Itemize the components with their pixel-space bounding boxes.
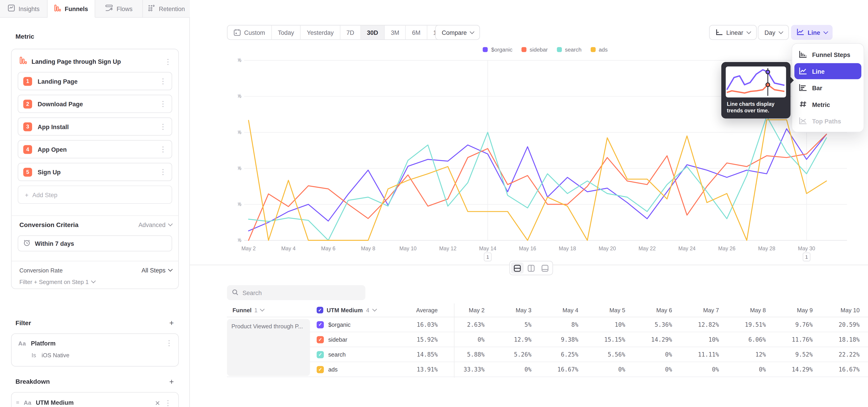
tab-flows[interactable]: Flows [95,0,143,18]
value-cell: 0% [485,366,531,373]
value-cell: 0% [719,366,766,373]
column-header: Average [391,307,438,313]
range-custom[interactable]: Custom [228,26,272,39]
layout-split-vertical-icon[interactable] [525,262,537,274]
range-label: 7D [346,29,354,36]
filter-value[interactable]: iOS Native [41,352,69,358]
menu-item-label: Top Paths [812,118,841,124]
divider [11,216,178,216]
chevron-down-icon [372,307,377,312]
funnel-kebab-icon[interactable] [164,58,172,65]
value-cell: 33.33% [438,366,485,373]
funnel-step[interactable]: 4App Open [18,140,172,158]
range-3m[interactable]: 3M [385,26,406,39]
series-checkbox[interactable] [317,351,324,358]
step-kebab-icon[interactable] [159,168,166,176]
legend-label: ads [599,46,608,53]
tab-retention[interactable]: Retention [143,0,190,18]
funnel-column-count: 1 [254,307,257,313]
filter-operator[interactable]: Is [32,352,36,358]
funnel-step[interactable]: 3App Install [18,117,172,136]
column-header: May 8 [719,307,766,313]
value-cell: 5.26% [485,351,531,358]
chart-type-menu: Funnel Steps Line Bar Metric [792,43,864,132]
funnel-column-dropdown[interactable]: Funnel 1 [227,307,317,313]
annotation-badge[interactable]: 1 [803,253,810,261]
range-today[interactable]: Today [272,26,301,39]
funnel-step[interactable]: 5Sign Up [18,163,172,181]
value-cell: 12% [719,351,766,358]
step-kebab-icon[interactable] [159,77,166,85]
value-cell: 10% [672,336,719,343]
svg-text:May 12: May 12 [439,246,456,251]
legend-item[interactable]: $organic [483,46,513,53]
menu-item-bar[interactable]: Bar [794,80,861,96]
tab-retention-label: Retention [159,5,185,12]
breakdown-column-dropdown[interactable]: UTM Medium 4 [317,307,391,313]
value-cell: 11.11% [672,351,719,358]
breakdown-kebab-icon[interactable] [164,399,172,406]
range-7d[interactable]: 7D [340,26,361,39]
series-checkbox[interactable] [317,366,324,373]
advanced-dropdown[interactable]: Advanced [138,222,172,228]
range-label: Today [278,29,294,36]
chevron-down-icon [260,307,265,312]
layout-split-horizontal-icon[interactable] [511,262,524,274]
step-kebab-icon[interactable] [159,123,166,130]
step-kebab-icon[interactable] [159,100,166,107]
chevron-down-icon [746,29,751,34]
filter-card[interactable]: Aa Platform Is iOS Native [11,333,179,367]
value-cell: 0% [625,366,672,373]
range-yesterday[interactable]: Yesterday [301,26,340,39]
add-step-button[interactable]: + Add Step [18,185,172,204]
all-steps-dropdown[interactable]: All Steps [142,267,172,273]
add-breakdown-icon[interactable] [169,378,174,385]
step-number-badge: 3 [23,122,32,131]
line-chart-icon [797,28,804,37]
remove-breakdown-icon[interactable] [155,398,160,407]
value-cell: 5.88% [438,351,485,358]
annotation-badge[interactable]: 1 [484,253,491,261]
legend-item[interactable]: ads [590,46,608,53]
menu-item-top-paths[interactable]: Top Paths [794,113,861,129]
value-cell: 13.91% [391,366,438,373]
menu-item-funnel-steps[interactable]: Funnel Steps [794,46,861,63]
insights-icon [7,4,15,13]
legend-swatch [557,47,561,52]
funnel-group-cell[interactable]: Product Viewed through P... [227,319,310,376]
menu-item-metric[interactable]: Metric [794,96,861,113]
range-6m[interactable]: 6M [406,26,427,39]
value-cell: 2.63% [438,321,485,327]
search-input[interactable] [243,289,361,296]
select-all-checkbox[interactable] [317,307,323,313]
granularity-dropdown[interactable]: Day [758,25,789,40]
legend-item[interactable]: search [557,46,581,53]
drag-handle-icon[interactable] [16,400,19,405]
compare-button[interactable]: Compare [435,25,480,40]
add-filter-icon[interactable] [169,319,174,327]
filter-segment-dropdown[interactable]: Filter + Segment on Step 1 [20,279,95,285]
value-cell: 6.25% [531,351,578,358]
range-30d[interactable]: 30D [361,26,385,39]
scale-dropdown[interactable]: Linear [709,25,756,40]
chart-type-dropdown[interactable]: Line [791,25,833,40]
tab-funnels[interactable]: Funnels [48,0,95,18]
layout-toggle-group [509,261,553,275]
filter-kebab-icon[interactable] [165,339,173,347]
layout-bottom-panel-icon[interactable] [539,262,551,274]
step-kebab-icon[interactable] [159,146,166,153]
search-icon [232,288,239,298]
legend-item[interactable]: sidebar [521,46,548,53]
funnel-step[interactable]: 1Landing Page [18,72,172,90]
funnel-title: Landing Page through Sign Up [32,58,160,65]
conversion-window[interactable]: Within 7 days [18,236,172,251]
legend-swatch [590,47,595,52]
tab-insights[interactable]: Insights [0,0,48,18]
breakdown-card[interactable]: Aa UTM Medium [11,392,179,407]
chevron-down-icon [168,222,173,226]
series-checkbox[interactable] [317,321,324,328]
funnel-step[interactable]: 2Download Page [18,95,172,113]
series-checkbox[interactable] [317,336,324,343]
step-number-badge: 1 [23,77,32,86]
menu-item-line[interactable]: Line [794,63,861,79]
